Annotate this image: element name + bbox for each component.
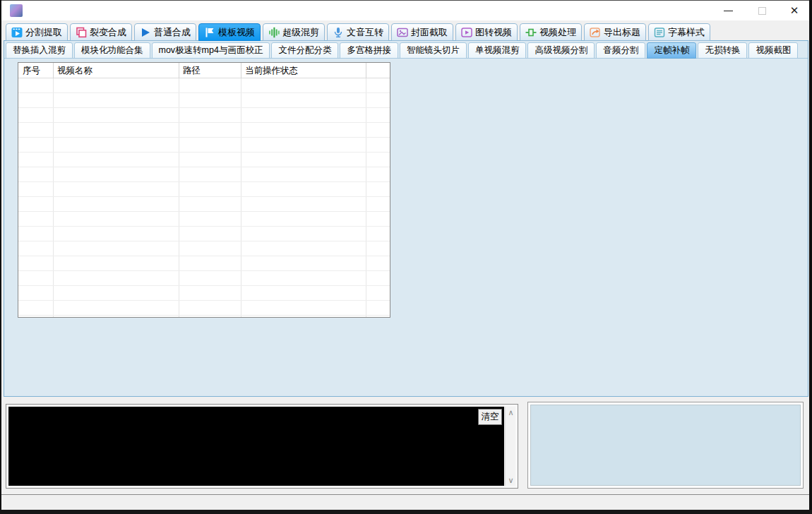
tab-label: 文音互转 bbox=[347, 26, 383, 39]
close-button[interactable]: ✕ bbox=[782, 1, 806, 20]
table-body bbox=[18, 78, 390, 317]
tab-fission-compose[interactable]: 裂变合成 bbox=[70, 23, 132, 41]
subtab-label: 智能镜头切片 bbox=[407, 44, 460, 56]
subtab-label: 高级视频分割 bbox=[535, 44, 587, 56]
tab-label: 视频处理 bbox=[539, 26, 576, 39]
tab-cover-capture[interactable]: 封面截取 bbox=[391, 23, 453, 41]
tab-label: 模板视频 bbox=[218, 26, 255, 39]
log-scrollbar[interactable]: ∧ ∨ bbox=[505, 407, 515, 486]
process-icon bbox=[525, 27, 537, 38]
microphone-icon bbox=[333, 27, 344, 38]
desktop-edge bbox=[0, 510, 812, 514]
tab-split-extract[interactable]: 分割提取 bbox=[6, 23, 68, 41]
window-border-right bbox=[809, 0, 812, 510]
header-separator bbox=[53, 63, 54, 78]
statusbar-divider bbox=[1, 494, 809, 495]
subtab-module-functions[interactable]: 模块化功能合集 bbox=[74, 42, 150, 59]
col-header-path[interactable]: 路径 bbox=[183, 65, 201, 77]
window-border-top bbox=[0, 0, 812, 1]
subtab-label: 多宫格拼接 bbox=[347, 44, 391, 56]
image-icon bbox=[397, 27, 408, 38]
tab-label: 封面截取 bbox=[411, 26, 448, 39]
subtab-grid-stitch[interactable]: 多宫格拼接 bbox=[340, 42, 398, 59]
main-tab-bar: 分割提取 裂变合成 普通合成 模板视频 超级混剪 文音互转 封面截取 图转视频 … bbox=[6, 23, 710, 41]
subtab-label: 单视频混剪 bbox=[475, 44, 520, 56]
log-clear-button[interactable]: 清空 bbox=[478, 409, 502, 425]
close-icon: ✕ bbox=[790, 4, 799, 17]
subtab-label: 无损转换 bbox=[705, 44, 740, 56]
log-panel: 清空 ∧ ∨ bbox=[6, 404, 518, 489]
tab-label: 导出标题 bbox=[604, 26, 640, 39]
col-header-index[interactable]: 序号 bbox=[23, 65, 40, 77]
subtab-label: 视频截图 bbox=[756, 44, 791, 56]
image-play-icon bbox=[461, 27, 472, 38]
app-icon bbox=[10, 4, 23, 17]
tab-normal-compose[interactable]: 普通合成 bbox=[134, 23, 196, 41]
tab-video-process[interactable]: 视频处理 bbox=[520, 23, 582, 41]
col-header-status[interactable]: 当前操作状态 bbox=[245, 65, 298, 77]
subtab-video-screenshot[interactable]: 视频截图 bbox=[748, 42, 798, 59]
secondary-output-area bbox=[530, 405, 801, 486]
equalizer-icon bbox=[268, 27, 280, 38]
window-border-left bbox=[0, 0, 1, 510]
tab-label: 裂变合成 bbox=[90, 26, 126, 39]
subtab-advanced-split[interactable]: 高级视频分割 bbox=[527, 42, 595, 59]
copy-icon bbox=[76, 27, 87, 38]
header-separator bbox=[366, 63, 366, 78]
subtab-lossless-convert[interactable]: 无损转换 bbox=[698, 42, 747, 59]
minimize-icon bbox=[724, 11, 733, 11]
status-bar bbox=[1, 495, 809, 510]
tab-export-title[interactable]: 导出标题 bbox=[584, 23, 646, 41]
secondary-output-panel bbox=[527, 402, 804, 489]
play-icon bbox=[140, 27, 151, 38]
play-box-icon bbox=[11, 27, 23, 38]
log-output bbox=[8, 407, 504, 486]
subtab-single-video-mix[interactable]: 单视频混剪 bbox=[468, 42, 527, 59]
tab-subtitle-style[interactable]: 字幕样式 bbox=[648, 23, 710, 41]
sub-tab-bar: 替换插入混剪 模块化功能合集 mov极速转mp4与画面校正 文件分配分类 多宫格… bbox=[6, 42, 798, 59]
titlebar: ✕ bbox=[1, 1, 809, 20]
tab-label: 图转视频 bbox=[475, 26, 512, 39]
subtab-freeze-patch-frame[interactable]: 定帧补帧 bbox=[647, 42, 696, 59]
maximize-icon bbox=[758, 7, 766, 15]
subtab-label: 文件分配分类 bbox=[278, 44, 331, 56]
subtab-file-classify[interactable]: 文件分配分类 bbox=[271, 42, 338, 59]
subtab-audio-split[interactable]: 音频分割 bbox=[596, 42, 645, 59]
video-file-table: 序号 视频名称 路径 当前操作状态 bbox=[18, 62, 390, 318]
tab-template-video[interactable]: 模板视频 bbox=[198, 23, 261, 41]
tab-label: 超级混剪 bbox=[282, 26, 319, 39]
header-separator bbox=[241, 63, 241, 78]
header-separator bbox=[179, 63, 179, 78]
tab-label: 分割提取 bbox=[25, 26, 62, 39]
subtab-mov-to-mp4[interactable]: mov极速转mp4与画面校正 bbox=[152, 42, 270, 59]
col-header-name[interactable]: 视频名称 bbox=[57, 65, 92, 77]
export-icon bbox=[590, 27, 601, 38]
subtab-label: 定帧补帧 bbox=[654, 44, 689, 56]
tab-text-audio-convert[interactable]: 文音互转 bbox=[327, 23, 389, 41]
subtab-replace-insert-mix[interactable]: 替换插入混剪 bbox=[6, 42, 73, 59]
subtab-label: mov极速转mp4与画面校正 bbox=[159, 44, 263, 56]
subtab-label: 替换插入混剪 bbox=[13, 44, 66, 56]
tab-label: 字幕样式 bbox=[668, 26, 705, 39]
minimize-button[interactable] bbox=[716, 1, 740, 20]
scroll-down-icon[interactable]: ∨ bbox=[506, 474, 516, 486]
tab-super-mix[interactable]: 超级混剪 bbox=[263, 23, 325, 41]
scroll-up-icon[interactable]: ∧ bbox=[506, 407, 516, 418]
subtab-label: 模块化功能合集 bbox=[81, 44, 143, 56]
subtitle-icon bbox=[654, 27, 665, 38]
tab-label: 普通合成 bbox=[154, 26, 191, 39]
subtab-smart-shot-cut[interactable]: 智能镜头切片 bbox=[400, 42, 467, 59]
maximize-button[interactable] bbox=[750, 1, 774, 20]
bookmark-icon bbox=[204, 27, 215, 38]
subtab-label: 音频分割 bbox=[603, 44, 638, 56]
table-header: 序号 视频名称 路径 当前操作状态 bbox=[18, 63, 390, 78]
tab-image-to-video[interactable]: 图转视频 bbox=[455, 23, 518, 41]
